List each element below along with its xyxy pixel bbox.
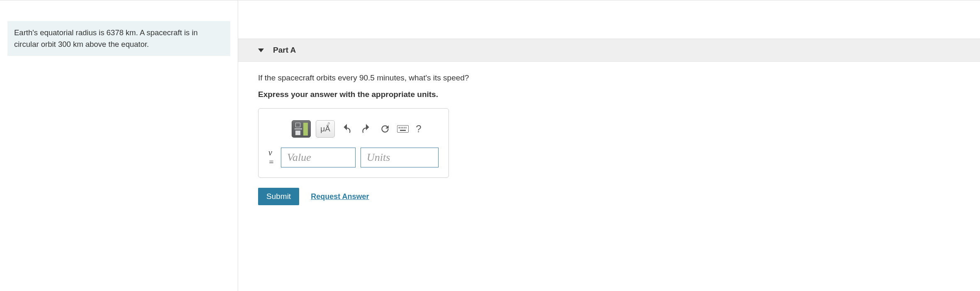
- redo-button[interactable]: [359, 121, 373, 136]
- keyboard-button[interactable]: [397, 125, 409, 133]
- caret-down-icon: [258, 48, 264, 52]
- toolbar: μÅ ?: [268, 120, 439, 138]
- input-row: v =: [268, 148, 439, 167]
- question-text: If the spacecraft orbits every 90.5 minu…: [258, 73, 960, 82]
- submit-button[interactable]: Submit: [258, 188, 299, 205]
- fraction-denominator-icon: [295, 131, 300, 135]
- fraction-bar-icon: [295, 129, 302, 129]
- part-header[interactable]: Part A: [238, 39, 980, 62]
- actions-row: Submit Request Answer: [258, 188, 960, 205]
- part-title: Part A: [273, 46, 296, 55]
- value-input[interactable]: [281, 148, 356, 167]
- instruction-text: Express your answer with the appropriate…: [258, 90, 960, 99]
- reset-icon: [380, 124, 390, 134]
- units-label: μÅ: [320, 124, 330, 133]
- answer-box: μÅ ?: [258, 108, 449, 178]
- fraction-tool-button[interactable]: [292, 120, 311, 138]
- right-panel: Part A If the spacecraft orbits every 90…: [238, 0, 980, 291]
- units-input[interactable]: [361, 148, 439, 167]
- help-button[interactable]: ?: [414, 123, 424, 135]
- left-panel: Earth's equatorial radius is 6378 km. A …: [0, 0, 238, 291]
- part-body: If the spacecraft orbits every 90.5 minu…: [238, 62, 980, 217]
- angstrom-ring-icon: [328, 122, 330, 124]
- main-container: Earth's equatorial radius is 6378 km. A …: [0, 0, 980, 291]
- fraction-side-icon: [303, 123, 308, 136]
- redo-icon: [361, 124, 371, 134]
- problem-statement: Earth's equatorial radius is 6378 km. A …: [7, 21, 230, 56]
- keyboard-icon: [397, 125, 409, 133]
- undo-button[interactable]: [340, 121, 354, 136]
- reset-button[interactable]: [378, 121, 392, 136]
- fraction-numerator-icon: [295, 123, 300, 127]
- undo-icon: [341, 124, 352, 134]
- request-answer-link[interactable]: Request Answer: [311, 192, 369, 201]
- variable-label: v =: [268, 148, 276, 167]
- units-tool-button[interactable]: μÅ: [316, 120, 335, 138]
